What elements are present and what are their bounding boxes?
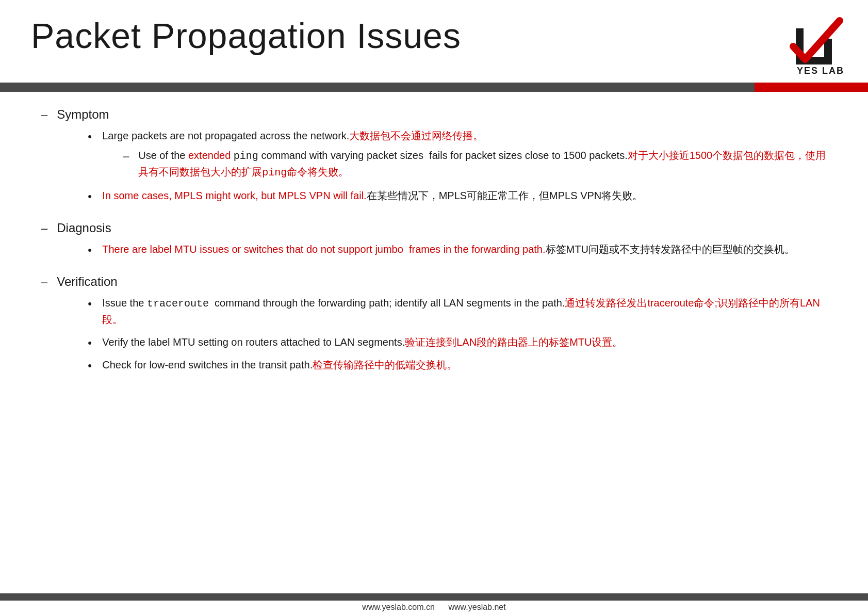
traceroute-mono: traceroute [147, 298, 209, 310]
verification-bullet-1: Issue the traceroute command through the… [88, 295, 827, 327]
diagnosis-section: – Diagnosis There are label MTU issues o… [41, 221, 827, 264]
verification-b3-black: Check for low-end switches in the transi… [102, 359, 313, 370]
symptom-b2-red: In some cases, MPLS might work, but MPLS… [102, 190, 366, 201]
symptom-bullet-2: In some cases, MPLS might work, but MPLS… [88, 188, 827, 203]
symptom-b1-red: 大数据包不会通过网络传播。 [349, 130, 483, 141]
page-title: Packet Propagation Issues [31, 15, 837, 56]
symptom-sub-list: Use of the extended ping command with va… [123, 148, 827, 181]
diagnosis-content: Diagnosis There are label MTU issues or … [57, 221, 795, 264]
verification-b1-red: 通过转发路径发出traceroute命令;识别路径中的所有LAN段。 [102, 297, 820, 325]
symptom-b1-black: Large packets are not propagated across … [102, 130, 349, 141]
header-area: Packet Propagation Issues YES LAB [0, 0, 868, 83]
verification-bullet-3: Check for low-end switches in the transi… [88, 357, 827, 373]
verification-bullet-list: Issue the traceroute command through the… [88, 295, 827, 373]
verification-content: Verification Issue the traceroute comman… [57, 274, 827, 380]
yeslab-logo: YES LAB [765, 8, 853, 79]
diagnosis-bullet-1: There are label MTU issues or switches t… [88, 241, 795, 257]
symptom-section: – Symptom Large packets are not propagat… [41, 107, 827, 211]
verification-bullet-2: Verify the label MTU setting on routers … [88, 334, 827, 350]
symptom-bullet-list: Large packets are not propagated across … [88, 128, 827, 203]
diagnosis-b1-red: There are label MTU issues or switches t… [102, 244, 545, 255]
symptom-bullet-1: Large packets are not propagated across … [88, 128, 827, 181]
dash-symptom: – [41, 108, 47, 122]
footer-links: www.yeslab.com.cn www.yeslab.net [0, 601, 868, 614]
red-accent-bar [755, 83, 868, 92]
diagnosis-b1-black: 标签MTU问题或不支持转发路径中的巨型帧的交换机。 [546, 244, 795, 255]
footer-bar [0, 593, 868, 601]
dash-diagnosis: – [41, 222, 47, 235]
verification-section: – Verification Issue the traceroute comm… [41, 274, 827, 380]
page-container: Packet Propagation Issues YES LAB – Symp… [0, 0, 868, 614]
symptom-content: Symptom Large packets are not propagated… [57, 107, 827, 211]
footer-link-2: www.yeslab.net [449, 603, 506, 611]
svg-text:YES LAB: YES LAB [797, 66, 844, 76]
verification-title: Verification [57, 274, 117, 288]
diagnosis-title: Diagnosis [57, 221, 111, 235]
symptom-sub-1: Use of the extended ping command with va… [123, 148, 827, 181]
symptom-title: Symptom [57, 107, 109, 121]
verification-b2-black: Verify the label MTU setting on routers … [102, 336, 405, 348]
ping-mono: ping [234, 150, 258, 162]
dash-verification: – [41, 276, 47, 289]
verification-b3-red: 检查传输路径中的低端交换机。 [313, 359, 457, 370]
header-bar [0, 83, 868, 92]
extended-highlight: extended [188, 150, 231, 161]
diagnosis-bullet-list: There are label MTU issues or switches t… [88, 241, 795, 257]
verification-b2-red: 验证连接到LAN段的路由器上的标签MTU设置。 [405, 336, 623, 348]
symptom-b2-black: 在某些情况下，MPLS可能正常工作，但MPLS VPN将失败。 [367, 190, 643, 201]
footer-link-1: www.yeslab.com.cn [362, 603, 435, 611]
content-area: – Symptom Large packets are not propagat… [0, 92, 868, 593]
